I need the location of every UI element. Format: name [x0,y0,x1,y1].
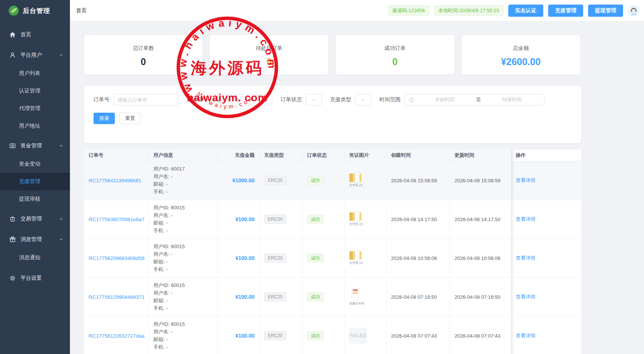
order-status-select[interactable] [306,94,322,105]
reset-button[interactable]: 重置 [119,113,141,124]
sidebar-item-label: 提现审核 [19,196,40,203]
user-info-line: 用户ID: 60015 [154,204,213,212]
user-info-line: 用户名: - [154,173,213,180]
user-id-input[interactable] [207,94,272,105]
cell-status: 成功 [302,277,344,316]
app-logo: 后台管理 [0,0,70,21]
sidebar-item-auth-manage[interactable]: 认证管理 [0,82,70,100]
updated-time: 2026-04-08 14:17:50 [455,217,506,222]
sidebar-item-user-list[interactable]: 用户列表 [0,65,70,82]
cell-amount: ¥100.00 [217,316,259,354]
sidebar-item-label: 消息通知 [19,254,40,261]
view-detail-link[interactable]: 查看详情 [516,294,536,300]
table-row: RC17756259663406d56用户ID: 60015用户名: -邮箱: … [84,239,581,277]
clock-icon [409,97,414,103]
voucher-thumbnail[interactable]: 文件夹 (2) [349,174,363,187]
cell-created-time: 2026-04-08 15:08:59 [386,161,450,200]
sidebar-item-message-manage[interactable]: 消息管理 [0,230,70,249]
updated-time: 2026-04-08 10:56:06 [455,255,506,261]
user-info-line: 手机: - [154,343,213,351]
voucher-thumbnail[interactable]: 新建文件夹 [349,288,365,306]
stat-card-value: 0 [336,56,454,67]
user-info-line: 邮箱: - [154,219,213,227]
wallet-icon [9,142,16,149]
chevron-up-icon [59,237,64,242]
filter-card: 订单号 用户ID 订单状态 充值类型 [84,86,581,143]
cell-created-time: 2026-04-08 14:17:50 [386,200,450,239]
order-no-link[interactable]: RC17756122632727daa [89,333,144,339]
stat-card-success-orders: 成功订单0 [336,35,454,75]
chevron-up-icon [59,143,64,148]
user-icon [9,52,16,59]
column-header-action: 操作 [511,150,581,161]
cell-type: ERC20 [259,277,302,316]
cell-updated-time: 2026-04-08 07:19:50 [450,277,511,316]
app-title: 后台管理 [23,6,50,15]
sidebar-item-message-notice[interactable]: 消息通知 [0,249,70,266]
cell-voucher: 新建文件夹 [344,277,386,316]
order-no-input[interactable] [113,94,179,105]
sidebar-item-user-address[interactable]: 用户地址 [0,117,70,135]
sidebar-item-label: 认证管理 [19,88,40,94]
view-detail-link[interactable]: 查看详情 [516,216,536,222]
sidebar-item-recharge-manage[interactable]: 充值管理 [0,173,70,190]
recharge-manage-button[interactable]: 充值管理 [548,5,583,17]
sidebar-item-funds-manage[interactable]: 资金管理 [0,136,70,155]
sidebar-item-platform-users[interactable]: 平台用户 [0,46,70,65]
voucher-thumbnail[interactable]: 文件夹 (2) [349,212,363,226]
order-no-link[interactable]: RC1775641139496fdf1 [89,178,141,183]
breadcrumb: 首页 [76,7,87,14]
sidebar-item-withdraw-review[interactable]: 提现审核 [0,190,70,208]
order-status-tag: 成功 [307,215,324,224]
broken-image-icon [349,212,362,221]
column-header-type: 充值类型 [259,150,302,161]
chevron-up-icon [59,53,64,58]
user-info-line: 手机: - [154,266,213,273]
recharge-type-tag: ERC20 [264,292,287,301]
user-id-label: 用户ID [187,96,203,103]
recharge-amount: ¥100.00 [222,255,255,261]
stat-card-total-orders: 总订单数0 [84,35,203,75]
search-button[interactable]: 搜索 [94,113,115,124]
view-detail-link[interactable]: 查看详情 [516,177,536,183]
voucher-thumbnail[interactable]: 文件夹 (2) [349,251,363,265]
order-status-tag: 成功 [307,176,324,185]
voucher-caption: 文件夹 (2) [349,183,363,187]
sidebar-item-label: 首页 [21,31,31,38]
view-detail-link[interactable]: 查看详情 [516,333,536,338]
sidebar-item-platform-settings[interactable]: 平台设置 [0,269,70,288]
created-time: 2026-04-08 15:08:59 [391,178,445,183]
order-status-tag: 成功 [307,331,324,340]
order-no-link[interactable]: RC1775638070081e8a7 [89,217,144,222]
cell-voucher: 文件夹 (2) [344,200,386,239]
time-range-picker[interactable]: 开始时间 至 结束时间 [404,94,544,105]
user-info-line: 邮箱: - [154,336,213,343]
stat-card-title: 待处理订单 [210,45,328,52]
sidebar-item-agent-manage[interactable]: 代理管理 [0,100,70,117]
column-header-user-info: 用户信息 [149,150,217,161]
chevron-down-icon [59,216,64,222]
realname-auth-button[interactable]: 实名认证 [508,5,543,17]
table-header-row: 订单号用户信息充值金额充值类型订单状态凭证图片创建时间更新时间操作 [84,150,581,161]
stat-cards-row: 总订单数0待处理订单0成功订单0总金额¥2600.00 [84,35,581,75]
order-no-link[interactable]: RC17756259663406d56 [89,255,144,261]
avatar[interactable] [628,5,639,16]
broken-image-icon [352,288,359,300]
sidebar-item-funds-change[interactable]: 资金变动 [0,155,70,173]
withdraw-manage-button[interactable]: 提现管理 [588,5,623,17]
user-info-line: 用户ID: 60015 [154,321,213,328]
cell-status: 成功 [302,161,344,200]
recharge-type-select[interactable] [355,94,371,105]
cell-type: ERC20 [259,161,302,200]
column-header-updated: 更新时间 [450,150,511,161]
cell-action: 查看详情 [511,277,581,316]
recharge-type-label: 充值类型 [330,96,351,103]
updated-time: 2026-04-08 07:07:43 [455,333,506,339]
sidebar-item-home[interactable]: 首页 [0,25,70,44]
recharge-amount: ¥100.00 [222,294,255,300]
sidebar-item-label: 资金管理 [21,142,42,149]
sidebar-item-trade-manage[interactable]: 交易管理 [0,209,70,228]
view-detail-link[interactable]: 查看详情 [516,255,536,261]
cell-type: ERC20 [259,200,302,239]
order-no-link[interactable]: RC17756129904484371 [89,294,144,300]
